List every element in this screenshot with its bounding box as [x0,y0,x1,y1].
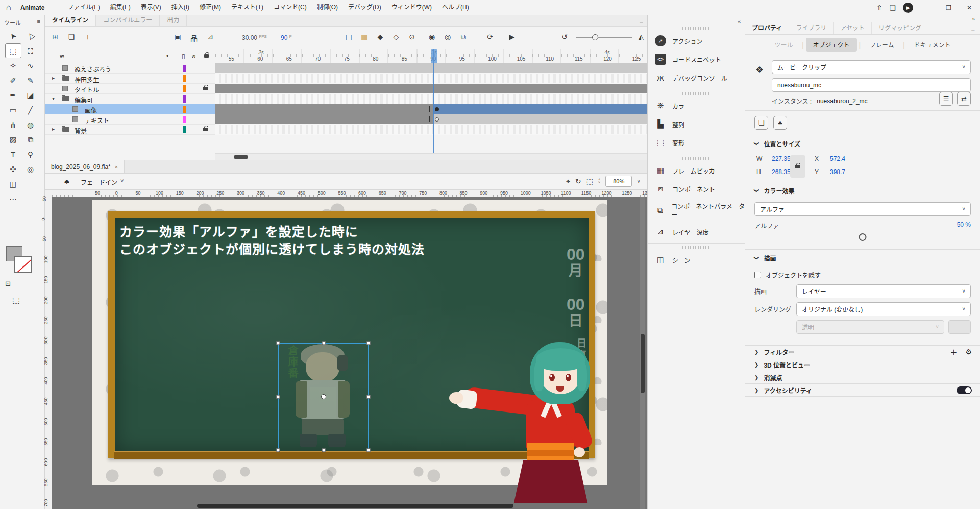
section-3D 位置とビュー[interactable]: ❯3D 位置とビュー [745,358,980,371]
layer-lock-icon[interactable] [203,128,208,131]
section-position-size[interactable]: ❯位置とサイズ [745,135,980,152]
layer-outline-swatch[interactable] [183,85,186,92]
section-アクセシビリティ[interactable]: ❯アクセシビリティ [745,384,980,397]
pencil-tool[interactable]: ✎ [22,73,39,88]
debug-console-panel-button[interactable]: Жデバッグコンソール [648,68,745,87]
frame-span[interactable] [215,63,647,73]
more-tools[interactable]: ⋯ [5,191,21,206]
onion-skin-button[interactable]: ◉ [427,33,437,41]
zoom-chevron-icon[interactable]: ˅ [637,179,640,184]
selection-handle[interactable] [367,342,371,345]
lock-aspect-ratio-button[interactable] [790,155,805,178]
close-button[interactable]: ✕ [963,4,976,11]
edit-multiple-frames-button[interactable]: ⧉ [458,33,469,41]
insert-blank-keyframe-button[interactable]: ◇ [391,33,401,41]
timeline-panel-menu-icon[interactable]: ≡ [639,17,643,25]
remove-frame-button[interactable]: ▥ [359,33,370,41]
loop-button[interactable]: ⟳ [485,33,495,41]
snap-icon[interactable]: ⊡ [5,280,11,287]
hide-all-icon[interactable]: ⌀ [192,53,195,60]
timeline-tab-1[interactable]: コンパイルエラー [96,15,160,26]
h-value[interactable]: 268.35 [772,168,791,176]
test-movie-icon[interactable]: ▶ [903,3,913,13]
gradient-transform-tool[interactable]: ⛶ [22,43,39,58]
new-folder-button[interactable]: ❏ [66,33,77,41]
code-snippets-panel-button[interactable]: <>コードスニペット [648,50,745,68]
zoom-stepper[interactable]: ˄˅ [598,178,600,184]
layer-outline-swatch[interactable] [183,116,186,123]
y-value[interactable]: 398.7 [830,168,845,176]
asset-warp-tool[interactable]: ⧉ [22,132,39,147]
frame-span[interactable] [433,114,647,124]
alpha-value[interactable]: 50 % [957,221,971,230]
rotate-view-button[interactable]: ↻ [575,177,581,185]
frame-picker-panel-button[interactable]: ▦フレームピッカー [648,161,745,180]
outline-all-icon[interactable]: ▯ [182,53,185,60]
paint-bucket-tool[interactable]: ◍ [22,117,39,132]
layer-row-タイトル[interactable]: タイトル [45,84,215,94]
selection-tool[interactable]: ➤ [5,29,21,43]
camera-button[interactable]: ▣ [173,33,183,41]
menu-item-4[interactable]: 修正(M) [194,0,226,15]
break-apart-button[interactable]: ❏ [754,116,768,130]
alpha-slider[interactable] [754,233,971,242]
timeline-tab-0[interactable]: タイムライン [45,15,96,26]
layer-outline-swatch[interactable] [183,65,186,72]
marquee-mode-icon[interactable]: ⬚ [12,295,20,305]
properties-tab-3[interactable]: リグマッピング [872,22,928,34]
filter-options-icon[interactable]: ⚙ [965,348,972,356]
alpha-slider-knob[interactable] [859,233,867,241]
workspace-icon[interactable]: ❏ [890,4,896,12]
menu-item-10[interactable]: ヘルプ(H) [437,0,474,15]
menu-item-9[interactable]: ウィンドウ(W) [386,0,437,15]
current-frame-value[interactable]: 90 F [281,34,292,41]
folder-collapsed-icon[interactable]: ▸ [52,126,55,132]
color-style-dropdown[interactable]: アルファ˅ [754,202,971,216]
components-panel-button[interactable]: ⧈コンポーネント [648,180,745,198]
selection-handle[interactable] [277,342,280,345]
actions-panel-button[interactable]: ➚アクション [648,32,745,50]
instance-options-button[interactable]: ☰ [939,92,953,106]
auto-keyframe-button[interactable]: ⊙ [407,33,417,41]
camera-tool[interactable]: ◫ [5,177,21,191]
folder-expanded-icon[interactable]: ▾ [52,95,55,101]
highlight-all-icon[interactable]: • [166,53,168,60]
menu-item-3[interactable]: 挿入(I) [166,0,194,15]
properties-tab-0[interactable]: プロパティ [745,22,789,34]
properties-tab-2[interactable]: アセット [834,22,872,34]
timeline-hscroll-thumb[interactable] [234,155,248,159]
folder-collapsed-icon[interactable]: ▸ [52,75,55,81]
section-フィルター[interactable]: ❯フィルター＋⚙ [745,346,980,358]
frames-row-テキスト[interactable] [215,114,647,125]
play-button[interactable]: ▶ [507,33,517,41]
add-filter-icon[interactable]: ＋ [950,347,957,357]
swap-symbol-button[interactable]: ⇄ [957,92,971,106]
timeline-zoom-knob[interactable] [592,34,598,40]
section-drawing[interactable]: ❯描画 [745,250,980,266]
new-layer-button[interactable]: ⊞ [50,33,60,41]
fill-color-swatch[interactable] [14,256,32,273]
layer-depth-panel-button[interactable]: ⊿レイヤー深度 [648,223,745,241]
selection-handle[interactable] [322,449,325,452]
draw-dropdown[interactable]: レイヤー˅ [796,284,971,298]
menu-item-8[interactable]: デバッグ(D) [343,0,386,15]
stage-hscroll-thumb[interactable] [197,504,513,508]
clip-content-button[interactable]: ⬚ [586,177,593,185]
layer-row-テキスト[interactable]: テキスト [45,114,215,125]
subtab-ドキュメント[interactable]: ドキュメント [907,38,958,52]
accessibility-toggle[interactable] [957,386,972,394]
frames-row-神田多生[interactable] [215,74,647,84]
frame-span[interactable] [215,104,433,114]
hand-tool[interactable]: ✣ [5,162,21,177]
lock-all-icon[interactable] [204,54,209,58]
center-stage-button[interactable]: ⌖ [566,177,570,186]
properties-tab-1[interactable]: ライブラリ [789,22,834,34]
timeline-tab-2[interactable]: 出力 [160,15,187,26]
stage-zoom-input[interactable]: 80% [605,176,632,187]
collapse-strip-icon[interactable]: « [738,18,741,25]
scene-panel-button[interactable]: ◫シーン [648,251,745,269]
hide-object-checkbox[interactable] [754,272,761,278]
home-icon[interactable]: ⌂ [0,3,17,13]
subtab-フレーム[interactable]: フレーム [863,38,901,52]
component-parameters-panel-button[interactable]: ⧉コンポーネントパラメーター [648,198,745,223]
